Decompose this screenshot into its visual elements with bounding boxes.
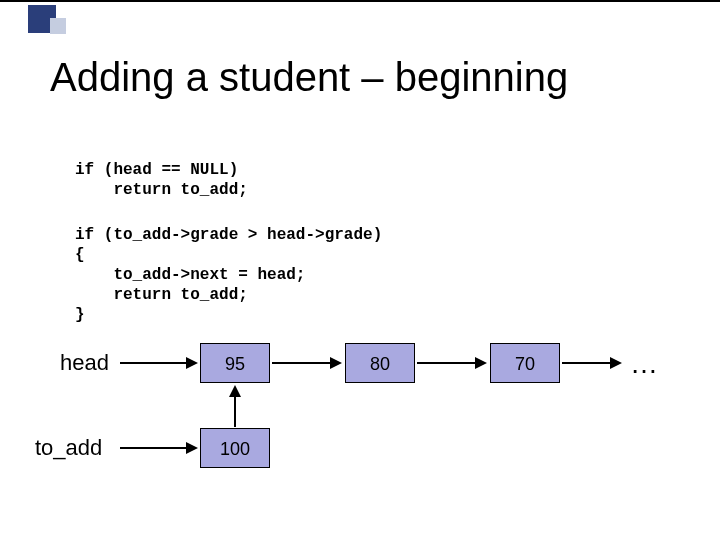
arrow-95-to-80: [272, 362, 332, 364]
arrow-toadd-to-100: [120, 447, 188, 449]
arrow-100-to-95: [234, 396, 236, 427]
decor-square-light: [50, 18, 66, 34]
label-to-add: to_add: [35, 435, 102, 461]
label-head: head: [60, 350, 109, 376]
arrow-70-to-next: [562, 362, 612, 364]
arrow-head-to-95-tip: [186, 357, 198, 369]
arrow-head-to-95: [120, 362, 188, 364]
arrow-100-to-95-tip: [229, 385, 241, 397]
linked-list-diagram: head to_add 95 80 70 100 …: [0, 340, 720, 520]
arrow-95-to-80-tip: [330, 357, 342, 369]
node-70: 70: [490, 343, 560, 383]
arrow-80-to-70-tip: [475, 357, 487, 369]
slide-title: Adding a student – beginning: [50, 55, 568, 100]
arrow-80-to-70: [417, 362, 477, 364]
code-block-2: if (to_add->grade > head->grade) { to_ad…: [75, 225, 382, 325]
node-100: 100: [200, 428, 270, 468]
ellipsis: …: [630, 348, 658, 380]
top-border-line: [0, 0, 720, 2]
arrow-toadd-to-100-tip: [186, 442, 198, 454]
node-80: 80: [345, 343, 415, 383]
node-95: 95: [200, 343, 270, 383]
code-block-1: if (head == NULL) return to_add;: [75, 160, 248, 200]
arrow-70-to-next-tip: [610, 357, 622, 369]
